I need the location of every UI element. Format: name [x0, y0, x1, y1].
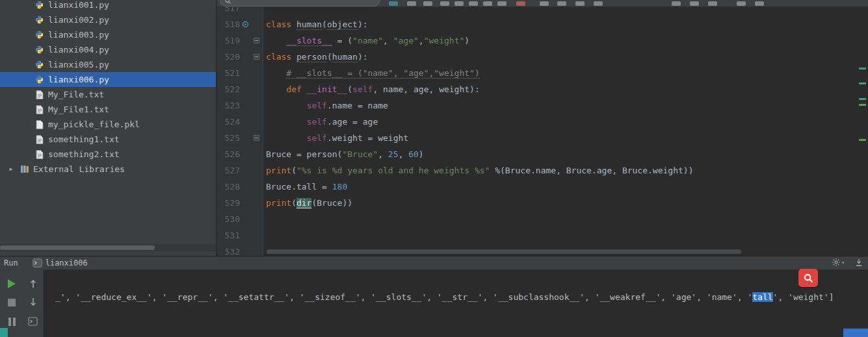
toolbar-icon[interactable]: [483, 1, 492, 6]
search-input[interactable]: [220, 0, 380, 6]
run-panel-header: Run lianxi006 ▾: [0, 256, 868, 270]
toolbar-icon[interactable]: [440, 1, 449, 6]
line-number[interactable]: 531: [217, 231, 240, 240]
text-file-icon: [34, 149, 45, 160]
pause-output-button[interactable]: [6, 316, 18, 327]
run-settings-button[interactable]: ▾: [832, 258, 845, 267]
line-number[interactable]: 524: [217, 117, 240, 127]
toolbar-icon[interactable]: [407, 1, 416, 6]
fold-marker-icon[interactable]: [250, 38, 262, 44]
line-number[interactable]: 520: [217, 52, 240, 62]
code-text[interactable]: class human(object):: [262, 19, 368, 29]
python-file-icon: [34, 0, 45, 10]
tree-item[interactable]: My_File.txt: [0, 87, 216, 102]
project-hscrollbar[interactable]: [0, 245, 155, 250]
search-icon: [803, 273, 814, 284]
toolbar-icon[interactable]: [423, 1, 432, 6]
code-text[interactable]: self.weight = weight: [262, 133, 408, 143]
line-number[interactable]: 518: [217, 19, 240, 29]
pause-icon: [13, 318, 16, 326]
code-text[interactable]: class person(human):: [262, 52, 368, 62]
code-line[interactable]: 520class person(human):: [217, 49, 868, 65]
tree-item[interactable]: lianxi006.py: [0, 72, 216, 87]
tree-item[interactable]: lianxi004.py: [0, 42, 216, 57]
line-number[interactable]: 525: [217, 133, 240, 143]
hide-panel-button[interactable]: [855, 258, 863, 269]
tree-item[interactable]: ▶External Libraries: [0, 162, 216, 177]
toolbar-icon[interactable]: [672, 1, 681, 6]
code-text[interactable]: self.name = name: [262, 101, 388, 110]
toolbar-icon[interactable]: [497, 1, 506, 6]
toolbar-icon[interactable]: [469, 1, 478, 6]
tree-item[interactable]: My_File1.txt: [0, 102, 216, 117]
run-console[interactable]: _', '__reduce_ex__', '__repr__', '__seta…: [44, 269, 868, 337]
text-file-icon: [34, 90, 45, 100]
code-line[interactable]: 531: [217, 227, 868, 243]
code-line[interactable]: 523 self.name = name: [217, 97, 868, 114]
line-number[interactable]: 532: [217, 247, 240, 256]
analysis-mark: [859, 104, 866, 106]
code-line[interactable]: 524 self.age = age: [217, 114, 868, 130]
editor-hscrollbar[interactable]: [267, 249, 741, 254]
override-marker-icon: [240, 21, 250, 28]
code-line[interactable]: 521 # __slots__ = ("name", "age","weight…: [217, 65, 868, 81]
tree-item[interactable]: something2.txt: [0, 147, 216, 162]
toolbar-icon[interactable]: [516, 1, 525, 6]
tree-item[interactable]: my_pickle_file.pkl: [0, 117, 216, 132]
code-text[interactable]: print("%s is %d years old and he weights…: [262, 166, 693, 175]
line-number[interactable]: 529: [217, 198, 240, 208]
navigate-up-button[interactable]: [27, 277, 39, 289]
toolbar-icon[interactable]: [454, 1, 464, 6]
code-text[interactable]: print(dir(Bruce)): [262, 198, 352, 208]
code-line[interactable]: 518class human(object):: [217, 16, 868, 32]
code-line[interactable]: 522 def __init__(self, name, age, weight…: [217, 81, 868, 97]
line-number[interactable]: 528: [217, 182, 240, 192]
library-file-icon: [19, 164, 30, 175]
code-line[interactable]: 528Bruce.tall = 180: [217, 179, 868, 195]
line-number[interactable]: 522: [217, 84, 240, 94]
run-tab[interactable]: lianxi006: [29, 256, 92, 269]
fold-marker-icon[interactable]: [250, 54, 262, 60]
stop-button[interactable]: [6, 297, 18, 308]
toolbar-icon[interactable]: [708, 1, 717, 6]
tree-item[interactable]: something1.txt: [0, 132, 216, 147]
line-number[interactable]: 519: [217, 36, 240, 45]
code-text[interactable]: self.age = age: [262, 117, 378, 127]
code-line[interactable]: 519 __slots__ = ("name", "age","weight"): [217, 32, 868, 49]
tree-item[interactable]: lianxi002.py: [0, 12, 216, 27]
code-line[interactable]: 525 self.weight = weight: [217, 130, 868, 146]
toolbar-icon[interactable]: [557, 1, 566, 6]
tree-item[interactable]: lianxi005.py: [0, 57, 216, 72]
toolbar-icon[interactable]: [540, 1, 549, 6]
toolbar-icon[interactable]: [690, 1, 699, 6]
line-number[interactable]: 526: [217, 149, 240, 159]
command-prompt-button[interactable]: [27, 316, 38, 327]
line-number[interactable]: 523: [217, 101, 240, 110]
code-text[interactable]: # __slots__ = ("name", "age","weight"): [262, 68, 480, 78]
toolbar-icon[interactable]: [737, 1, 746, 6]
toolbar-icon[interactable]: [389, 1, 398, 6]
code-text[interactable]: def __init__(self, name, age, weight):: [262, 84, 480, 94]
code-editor[interactable]: 517518class human(object):519 __slots__ …: [217, 0, 868, 256]
toolbar-icon[interactable]: [575, 1, 585, 6]
line-number[interactable]: 530: [217, 214, 240, 224]
code-text[interactable]: __slots__ = ("name", "age","weight"): [262, 36, 469, 45]
code-line[interactable]: 530: [217, 211, 868, 227]
fold-marker-icon[interactable]: [250, 135, 262, 141]
line-number[interactable]: 521: [217, 68, 240, 78]
find-button[interactable]: [798, 269, 818, 287]
code-line[interactable]: 526Bruce = person("Bruce", 25, 60): [217, 146, 868, 162]
line-number[interactable]: 527: [217, 166, 240, 175]
tree-item[interactable]: lianxi003.py: [0, 27, 216, 42]
code-text[interactable]: Bruce = person("Bruce", 25, 60): [262, 149, 424, 159]
code-line[interactable]: 529print(dir(Bruce)): [217, 195, 868, 211]
tree-item-label: External Libraries: [33, 164, 125, 174]
toolbar-icon[interactable]: [755, 1, 764, 6]
code-line[interactable]: 527print("%s is %d years old and he weig…: [217, 162, 868, 179]
code-text[interactable]: Bruce.tall = 180: [262, 182, 347, 192]
collapse-arrow-icon[interactable]: ▶: [5, 166, 17, 172]
rerun-button[interactable]: [6, 278, 18, 290]
toolbar-icon[interactable]: [594, 1, 603, 6]
navigate-down-button[interactable]: [27, 296, 39, 308]
tree-item[interactable]: lianxi001.py: [0, 0, 216, 12]
